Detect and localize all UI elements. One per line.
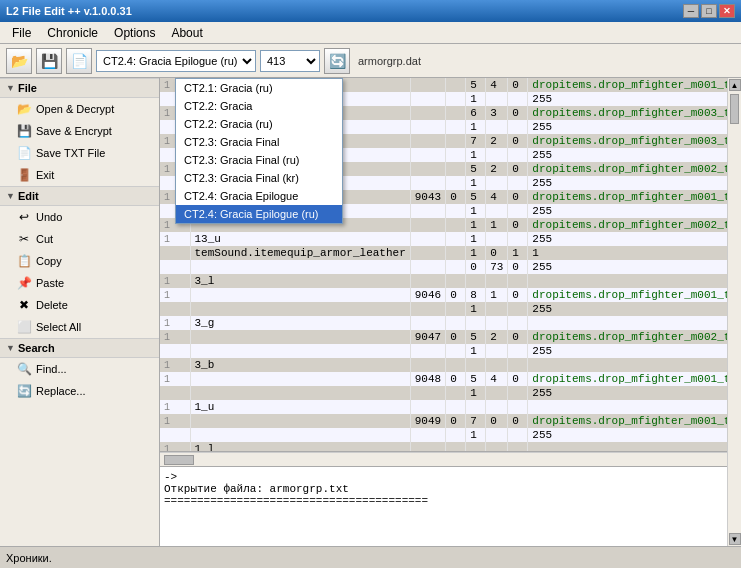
table-row[interactable]: 190460810dropitems.drop_mfighter_m001_t1… [160,288,727,302]
save-button[interactable]: 💾 [36,48,62,74]
table-cell: dropitems.drop_mfighter_m002_t20_g_m0 [528,330,727,344]
table-cell: dropitems.drop_mfighter_m001_t13_l_m0 [528,288,727,302]
table-row[interactable]: 1255 [160,344,727,358]
sidebar-item-cut[interactable]: ✂ Cut [0,228,159,250]
table-row[interactable]: 190470520dropitems.drop_mfighter_m002_t2… [160,330,727,344]
export-button[interactable]: 📄 [66,48,92,74]
refresh-button[interactable]: 🔄 [324,48,350,74]
horizontal-scrollbar-thumb[interactable] [164,455,194,465]
scrollbar-thumb[interactable] [730,94,739,124]
menu-chronicle[interactable]: Chronicle [39,22,106,43]
table-cell: dropitems.drop_mfighter_m001_t03_g_m0 [528,78,727,92]
file-section-label: File [18,82,37,94]
table-cell: 6 [466,106,486,120]
table-cell: 13_u [190,232,410,246]
version-item-4[interactable]: CT2.3: Gracia Final (ru) [176,151,342,169]
table-cell: 1 [466,428,486,442]
menu-about[interactable]: About [163,22,210,43]
version-item-0[interactable]: CT2.1: Gracia (ru) [176,79,342,97]
table-row[interactable]: 113_u1255 [160,232,727,246]
sidebar-item-delete-label: Delete [36,299,68,311]
table-row[interactable]: 190480540dropitems.drop_mfighter_m001_t0… [160,372,727,386]
table-row[interactable]: 11_u [160,400,727,414]
sidebar-item-copy[interactable]: 📋 Copy [0,250,159,272]
table-cell: dropitems.drop_mfighter_m002_t13_u_m0 [528,218,727,232]
table-cell [486,92,508,106]
search-section-header[interactable]: ▼ Search [0,338,159,358]
refresh-icon: 🔄 [329,53,346,69]
menu-options[interactable]: Options [106,22,163,43]
table-cell [410,302,445,316]
table-row[interactable]: 13_b [160,358,727,372]
sidebar-item-open-decrypt[interactable]: 📂 Open & Decrypt [0,98,159,120]
version-select[interactable]: CT2.4: Gracia Epilogue (ru) [96,50,256,72]
version-item-1[interactable]: CT2.2: Gracia [176,97,342,115]
line-number-select[interactable]: 413 [260,50,320,72]
table-cell [446,176,466,190]
table-row[interactable]: 11_l [160,442,727,452]
version-dropdown-popup: CT2.1: Gracia (ru) CT2.2: Gracia CT2.2: … [175,78,343,224]
table-cell [528,274,727,288]
open-decrypt-icon: 📂 [16,101,32,117]
sidebar-item-undo[interactable]: ↩ Undo [0,206,159,228]
file-section-header[interactable]: ▼ File [0,78,159,98]
close-button[interactable]: ✕ [719,4,735,18]
sidebar-item-select-all[interactable]: ⬜ Select All [0,316,159,338]
table-row[interactable]: 13_g [160,316,727,330]
table-cell: 255 [528,302,727,316]
sidebar-item-paste[interactable]: 📌 Paste [0,272,159,294]
table-cell [486,386,508,400]
table-cell: 255 [528,176,727,190]
sidebar-item-delete[interactable]: ✖ Delete [0,294,159,316]
table-cell: 1 [466,148,486,162]
table-cell: 5 [466,372,486,386]
version-item-5[interactable]: CT2.3: Gracia Final (kr) [176,169,342,187]
paste-icon: 📌 [16,275,32,291]
table-cell [446,260,466,274]
sidebar-item-find[interactable]: 🔍 Find... [0,358,159,380]
table-cell [486,400,508,414]
table-cell [446,302,466,316]
scrollbar-track[interactable] [728,126,741,532]
sidebar-item-exit[interactable]: 🚪 Exit [0,164,159,186]
vertical-scrollbar[interactable]: ▲ ▼ [727,78,741,546]
menu-file[interactable]: File [4,22,39,43]
table-cell: 1 [160,358,190,372]
table-row[interactable]: temSound.itemequip_armor_leather1011 [160,246,727,260]
sidebar-item-save-txt[interactable]: 📄 Save TXT File [0,142,159,164]
table-cell [410,218,445,232]
table-row[interactable]: 1255 [160,302,727,316]
sidebar-item-find-label: Find... [36,363,67,375]
table-cell [410,148,445,162]
table-cell: 0 [446,372,466,386]
open-button[interactable]: 📂 [6,48,32,74]
table-row[interactable]: 190490700dropitems.drop_mfighter_m001_t4… [160,414,727,428]
table-row[interactable]: 1255 [160,428,727,442]
sidebar-item-replace[interactable]: 🔄 Replace... [0,380,159,402]
minimize-button[interactable]: ─ [683,4,699,18]
horizontal-scrollbar[interactable] [160,452,727,466]
table-row[interactable]: 1255 [160,386,727,400]
version-item-6[interactable]: CT2.4: Gracia Epilogue [176,187,342,205]
table-cell: 1 [160,274,190,288]
table-cell: 1 [528,246,727,260]
table-cell: 0 [446,330,466,344]
table-row[interactable]: 0730255 [160,260,727,274]
maximize-button[interactable]: □ [701,4,717,18]
table-cell: 3_l [190,274,410,288]
table-cell [446,442,466,452]
table-cell [508,344,528,358]
sidebar-item-save-encrypt[interactable]: 💾 Save & Encrypt [0,120,159,142]
scroll-down-button[interactable]: ▼ [729,533,741,545]
version-item-3[interactable]: CT2.3: Gracia Final [176,133,342,151]
table-cell [410,162,445,176]
version-item-2[interactable]: CT2.2: Gracia (ru) [176,115,342,133]
edit-section-header[interactable]: ▼ Edit [0,186,159,206]
table-cell [446,246,466,260]
table-cell: 1 [466,386,486,400]
scroll-up-button[interactable]: ▲ [729,79,741,91]
find-icon: 🔍 [16,361,32,377]
table-row[interactable]: 13_l [160,274,727,288]
version-item-7[interactable]: CT2.4: Gracia Epilogue (ru) [176,205,342,223]
table-cell [446,232,466,246]
